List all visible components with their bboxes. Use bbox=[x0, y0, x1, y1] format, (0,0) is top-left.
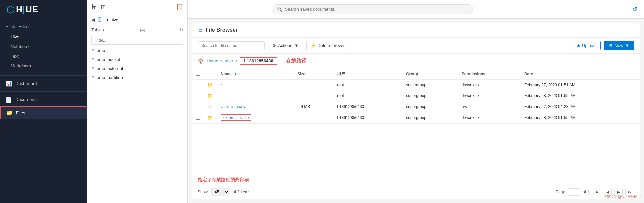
row-user-cell: root bbox=[334, 80, 402, 90]
fb-toolbar: ⚙ Actions ▼ ⚡ Delete forever ⊕ Upload ⊕ … bbox=[192, 38, 640, 54]
sidebar-item-markdown[interactable]: Markdown bbox=[0, 61, 87, 71]
saved-queries-icon[interactable]: 📋 bbox=[176, 3, 183, 11]
row-size-cell bbox=[294, 80, 334, 90]
dashboard-label: Dashboard bbox=[15, 81, 37, 86]
new-button[interactable]: ⊕ New ▼ bbox=[604, 41, 634, 50]
table-icon: ⊞ bbox=[91, 75, 95, 80]
database-icon[interactable]: 🗄 bbox=[91, 4, 97, 11]
refresh-tables-icon[interactable]: ↻ bbox=[180, 27, 183, 32]
row-checkbox-cell bbox=[192, 101, 204, 112]
global-search-input[interactable] bbox=[285, 7, 468, 12]
file-link[interactable]: external_table bbox=[221, 114, 251, 121]
fb-title: File Browser bbox=[206, 27, 238, 33]
notebook-label: Notebook bbox=[11, 44, 30, 49]
row-name-cell: User_info.csv bbox=[217, 101, 294, 112]
table-list-item[interactable]: ⊞ emp bbox=[87, 46, 187, 55]
files-label: Files bbox=[16, 110, 25, 115]
table-name: emp_bucket bbox=[97, 57, 120, 62]
row-type-cell: 📁 bbox=[204, 90, 217, 101]
row-name-cell: external_table bbox=[217, 112, 294, 124]
row-group-cell: supergroup bbox=[402, 80, 458, 90]
row-group-cell: supergroup bbox=[402, 90, 458, 101]
row-checkbox[interactable] bbox=[196, 104, 200, 108]
tables-icon[interactable]: ⊞ bbox=[101, 3, 106, 11]
sidebar-item-dashboard[interactable]: 📊 Dashboard bbox=[0, 78, 87, 89]
path-annotation: 存放路径 bbox=[283, 57, 309, 65]
upload-button[interactable]: ⊕ Upload bbox=[572, 41, 601, 50]
row-group-cell: supergroup bbox=[402, 101, 458, 112]
table-filter-input[interactable] bbox=[91, 36, 183, 45]
sidebar-item-notebook[interactable]: Notebook bbox=[0, 42, 87, 51]
row-date-cell: February 27, 2023 04:23 PM bbox=[521, 101, 640, 112]
text-label: Text bbox=[11, 54, 19, 59]
row-date-cell: February 27, 2023 01:51 AM bbox=[521, 80, 640, 90]
db-breadcrumb: ◀ 🗄 liu_hive bbox=[87, 14, 187, 25]
select-all-checkbox[interactable] bbox=[196, 71, 200, 76]
table-list-item[interactable]: ⊞ emp_partition bbox=[87, 73, 187, 82]
tables-label: Tables bbox=[91, 27, 104, 32]
file-link[interactable]: ↑ bbox=[221, 83, 223, 87]
show-count-select[interactable]: 45 15 30 100 bbox=[211, 188, 229, 196]
table-annotation: 指定了存放路径的外部表 bbox=[198, 177, 249, 183]
table-row: 📁 ↑ root supergroup drwxr-xr-x February … bbox=[192, 80, 640, 90]
db-icon: 🗄 bbox=[97, 17, 102, 22]
row-permissions-cell: -rw-r--r-- bbox=[458, 101, 521, 112]
row-type-cell: 📁 bbox=[204, 80, 217, 90]
actions-label: Actions bbox=[278, 43, 292, 48]
row-checkbox[interactable] bbox=[196, 115, 200, 120]
table-list-item[interactable]: ⊞ emp_bucket bbox=[87, 55, 187, 64]
fb-header: 🖥 File Browser bbox=[192, 23, 640, 38]
page-input[interactable] bbox=[568, 188, 580, 196]
file-link[interactable]: . bbox=[221, 93, 222, 98]
back-arrow-icon[interactable]: ◀ bbox=[91, 17, 95, 22]
sidebar-item-text[interactable]: Text bbox=[0, 51, 87, 61]
new-dropdown-icon: ▼ bbox=[625, 43, 629, 48]
show-label: Show bbox=[198, 190, 208, 194]
delete-forever-button[interactable]: ⚡ Delete forever bbox=[306, 41, 350, 50]
global-search-box[interactable]: 🔍 bbox=[272, 4, 473, 14]
global-refresh-btn[interactable]: ↺ bbox=[632, 6, 637, 13]
actions-button[interactable]: ⚙ Actions ▼ bbox=[268, 41, 303, 50]
sort-arrow-icon: ▲ bbox=[234, 72, 238, 76]
documents-icon: 📄 bbox=[5, 96, 12, 103]
dashboard-icon: 📊 bbox=[5, 80, 12, 87]
user-link[interactable]: user bbox=[225, 58, 233, 63]
editor-group-header[interactable]: ▼ </> Editor bbox=[0, 21, 87, 32]
files-icon: 📁 bbox=[6, 110, 13, 116]
name-col-header[interactable]: Name ▲ bbox=[217, 68, 294, 80]
row-user-cell: root bbox=[334, 90, 402, 101]
table-icon: ⊞ bbox=[91, 66, 95, 71]
table-header: Name ▲ Size 用户 Group Permi bbox=[192, 68, 640, 80]
table-row: 📁 . root supergroup drwxr-xr-x February … bbox=[192, 90, 640, 101]
row-date-cell: February 28, 2023 01:55 PM bbox=[521, 112, 640, 124]
table-row: 📁 external_table L13612856430 supergroup… bbox=[192, 112, 640, 124]
upload-label: Upload bbox=[582, 43, 596, 48]
table-name: emp bbox=[97, 48, 105, 53]
markdown-label: Markdown bbox=[11, 63, 31, 68]
row-checkbox[interactable] bbox=[196, 93, 200, 97]
home-icon: 🏠 bbox=[198, 58, 204, 64]
file-search-input[interactable] bbox=[198, 41, 265, 50]
user-col-header: 用户 bbox=[334, 68, 402, 80]
first-page-button[interactable]: ⏮ bbox=[592, 189, 601, 195]
editor-label: Editor bbox=[18, 24, 30, 29]
home-link[interactable]: Home bbox=[207, 58, 218, 63]
sidebar: ⬡ H|UE ▼ </> Editor Hive Notebook Text M… bbox=[0, 0, 87, 203]
file-link[interactable]: User_info.csv bbox=[221, 104, 245, 109]
documents-label: Documents bbox=[15, 97, 38, 102]
sidebar-item-documents[interactable]: 📄 Documents bbox=[0, 94, 87, 106]
row-name-cell: ↑ bbox=[217, 80, 294, 90]
logo-area: ⬡ H|UE bbox=[0, 0, 87, 19]
bc-sep-1: / bbox=[221, 58, 222, 63]
current-path: L13612856430 bbox=[240, 57, 277, 65]
table-name: emp_partition bbox=[97, 75, 123, 80]
tables-header: Tables (4) ↻ bbox=[87, 25, 187, 35]
sidebar-item-files[interactable]: 📁 Files bbox=[0, 106, 87, 119]
row-checkbox-cell bbox=[192, 90, 204, 101]
page-label: Page bbox=[556, 190, 565, 194]
folder-icon: 📁 bbox=[207, 93, 213, 98]
row-permissions-cell: drwxr-xr-x bbox=[458, 80, 521, 90]
table-list-item[interactable]: ⊞ emp_external bbox=[87, 64, 187, 73]
sidebar-item-hive[interactable]: Hive bbox=[0, 32, 87, 42]
collapse-arrow: ▼ bbox=[5, 25, 9, 28]
